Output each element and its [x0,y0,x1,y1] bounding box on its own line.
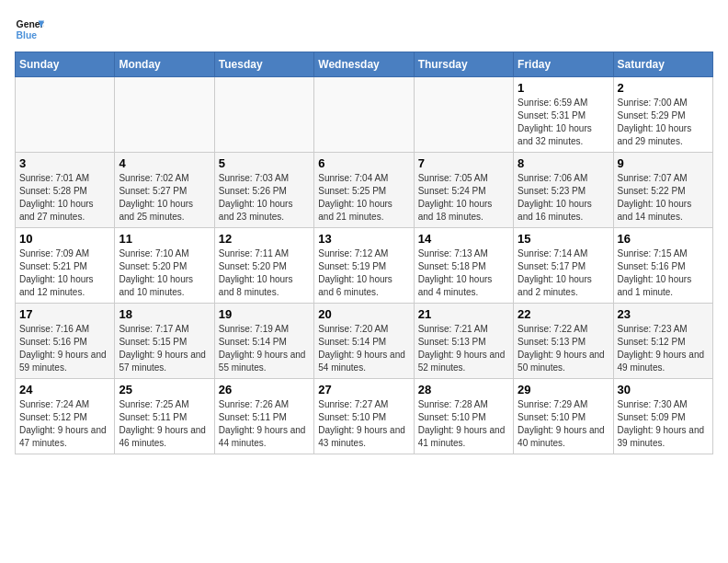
calendar-cell: 23Sunrise: 7:23 AMSunset: 5:12 PMDayligh… [613,304,712,379]
day-detail: Sunrise: 7:13 AMSunset: 5:18 PMDaylight:… [418,247,509,299]
day-number: 4 [119,156,210,170]
day-number: 14 [418,232,509,246]
calendar-cell: 1Sunrise: 6:59 AMSunset: 5:31 PMDaylight… [514,77,613,153]
day-number: 17 [19,307,110,321]
day-detail: Sunrise: 7:15 AMSunset: 5:16 PMDaylight:… [618,247,709,299]
day-number: 27 [318,383,409,396]
weekday-header-sunday: Sunday [16,52,115,77]
day-detail: Sunrise: 7:01 AMSunset: 5:28 PMDaylight:… [19,172,110,224]
day-number: 12 [219,232,310,246]
day-detail: Sunrise: 7:26 AMSunset: 5:11 PMDaylight:… [219,398,310,450]
calendar-cell: 14Sunrise: 7:13 AMSunset: 5:18 PMDayligh… [414,228,513,304]
day-number: 5 [219,156,310,170]
calendar-cell: 11Sunrise: 7:10 AMSunset: 5:20 PMDayligh… [115,228,214,304]
calendar-week-row: 24Sunrise: 7:24 AMSunset: 5:12 PMDayligh… [16,379,713,454]
day-number: 24 [19,383,110,396]
day-detail: Sunrise: 7:16 AMSunset: 5:16 PMDaylight:… [19,323,110,374]
day-detail: Sunrise: 7:25 AMSunset: 5:11 PMDaylight:… [119,398,210,450]
day-detail: Sunrise: 7:29 AMSunset: 5:10 PMDaylight:… [518,398,609,450]
day-detail: Sunrise: 7:05 AMSunset: 5:24 PMDaylight:… [418,172,509,224]
calendar-cell: 17Sunrise: 7:16 AMSunset: 5:16 PMDayligh… [16,304,115,379]
calendar-cell: 28Sunrise: 7:28 AMSunset: 5:10 PMDayligh… [414,379,513,454]
weekday-header-thursday: Thursday [414,52,513,77]
day-number: 2 [618,81,709,95]
day-number: 28 [418,383,509,396]
day-detail: Sunrise: 6:59 AMSunset: 5:31 PMDaylight:… [518,97,609,148]
day-detail: Sunrise: 7:24 AMSunset: 5:12 PMDaylight:… [19,398,110,450]
day-detail: Sunrise: 7:12 AMSunset: 5:19 PMDaylight:… [318,247,409,299]
calendar-cell [16,77,115,153]
calendar-cell: 7Sunrise: 7:05 AMSunset: 5:24 PMDaylight… [414,153,513,228]
day-number: 10 [19,232,110,246]
day-number: 9 [618,156,709,170]
calendar-table: SundayMondayTuesdayWednesdayThursdayFrid… [15,52,713,454]
day-detail: Sunrise: 7:22 AMSunset: 5:13 PMDaylight:… [518,323,609,374]
calendar-cell: 2Sunrise: 7:00 AMSunset: 5:29 PMDaylight… [613,77,712,153]
day-number: 7 [418,156,509,170]
calendar-week-row: 17Sunrise: 7:16 AMSunset: 5:16 PMDayligh… [16,304,713,379]
day-number: 26 [219,383,310,396]
day-detail: Sunrise: 7:14 AMSunset: 5:17 PMDaylight:… [518,247,609,299]
calendar-cell: 15Sunrise: 7:14 AMSunset: 5:17 PMDayligh… [514,228,613,304]
day-number: 22 [518,307,609,321]
day-number: 21 [418,307,509,321]
calendar-cell: 19Sunrise: 7:19 AMSunset: 5:14 PMDayligh… [214,304,313,379]
day-number: 1 [518,81,609,95]
day-detail: Sunrise: 7:04 AMSunset: 5:25 PMDaylight:… [318,172,409,224]
day-detail: Sunrise: 7:23 AMSunset: 5:12 PMDaylight:… [618,323,709,374]
day-detail: Sunrise: 7:09 AMSunset: 5:21 PMDaylight:… [19,247,110,299]
day-number: 16 [618,232,709,246]
weekday-header-monday: Monday [115,52,214,77]
day-detail: Sunrise: 7:20 AMSunset: 5:14 PMDaylight:… [318,323,409,374]
day-detail: Sunrise: 7:03 AMSunset: 5:26 PMDaylight:… [219,172,310,224]
day-detail: Sunrise: 7:28 AMSunset: 5:10 PMDaylight:… [418,398,509,450]
day-number: 3 [19,156,110,170]
calendar-cell: 8Sunrise: 7:06 AMSunset: 5:23 PMDaylight… [514,153,613,228]
calendar-cell [314,77,414,153]
calendar-cell: 21Sunrise: 7:21 AMSunset: 5:13 PMDayligh… [414,304,513,379]
day-detail: Sunrise: 7:10 AMSunset: 5:20 PMDaylight:… [119,247,210,299]
logo-icon: General Blue [15,15,44,44]
day-number: 18 [119,307,210,321]
day-number: 19 [219,307,310,321]
logo: General Blue [15,15,48,44]
calendar-cell: 20Sunrise: 7:20 AMSunset: 5:14 PMDayligh… [314,304,414,379]
day-detail: Sunrise: 7:19 AMSunset: 5:14 PMDaylight:… [219,323,310,374]
day-detail: Sunrise: 7:27 AMSunset: 5:10 PMDaylight:… [318,398,409,450]
calendar-cell: 12Sunrise: 7:11 AMSunset: 5:20 PMDayligh… [214,228,313,304]
calendar-cell: 10Sunrise: 7:09 AMSunset: 5:21 PMDayligh… [16,228,115,304]
day-detail: Sunrise: 7:00 AMSunset: 5:29 PMDaylight:… [618,97,709,148]
weekday-header-friday: Friday [514,52,613,77]
calendar-cell [115,77,214,153]
calendar-header-row: SundayMondayTuesdayWednesdayThursdayFrid… [16,52,713,77]
calendar-cell: 5Sunrise: 7:03 AMSunset: 5:26 PMDaylight… [214,153,313,228]
weekday-header-tuesday: Tuesday [214,52,313,77]
calendar-cell: 26Sunrise: 7:26 AMSunset: 5:11 PMDayligh… [214,379,313,454]
day-number: 8 [518,156,609,170]
page-header: General Blue [15,15,713,44]
day-number: 20 [318,307,409,321]
calendar-cell: 4Sunrise: 7:02 AMSunset: 5:27 PMDaylight… [115,153,214,228]
day-detail: Sunrise: 7:07 AMSunset: 5:22 PMDaylight:… [618,172,709,224]
calendar-cell: 29Sunrise: 7:29 AMSunset: 5:10 PMDayligh… [514,379,613,454]
calendar-week-row: 1Sunrise: 6:59 AMSunset: 5:31 PMDaylight… [16,77,713,153]
day-number: 11 [119,232,210,246]
day-detail: Sunrise: 7:06 AMSunset: 5:23 PMDaylight:… [518,172,609,224]
day-number: 29 [518,383,609,396]
calendar-cell: 25Sunrise: 7:25 AMSunset: 5:11 PMDayligh… [115,379,214,454]
calendar-cell: 6Sunrise: 7:04 AMSunset: 5:25 PMDaylight… [314,153,414,228]
calendar-cell [214,77,313,153]
day-detail: Sunrise: 7:11 AMSunset: 5:20 PMDaylight:… [219,247,310,299]
day-number: 13 [318,232,409,246]
day-number: 23 [618,307,709,321]
day-detail: Sunrise: 7:21 AMSunset: 5:13 PMDaylight:… [418,323,509,374]
calendar-cell: 30Sunrise: 7:30 AMSunset: 5:09 PMDayligh… [613,379,712,454]
calendar-cell: 24Sunrise: 7:24 AMSunset: 5:12 PMDayligh… [16,379,115,454]
calendar-week-row: 3Sunrise: 7:01 AMSunset: 5:28 PMDaylight… [16,153,713,228]
day-number: 30 [618,383,709,396]
weekday-header-wednesday: Wednesday [314,52,414,77]
day-number: 6 [318,156,409,170]
day-number: 25 [119,383,210,396]
calendar-week-row: 10Sunrise: 7:09 AMSunset: 5:21 PMDayligh… [16,228,713,304]
calendar-cell: 22Sunrise: 7:22 AMSunset: 5:13 PMDayligh… [514,304,613,379]
